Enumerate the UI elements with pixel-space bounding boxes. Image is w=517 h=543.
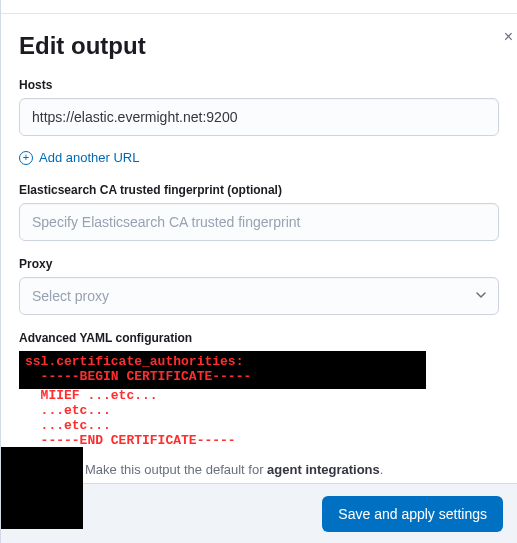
yaml-line: ssl.certificate_authorities: [25, 354, 243, 369]
obscuring-block [1, 447, 83, 529]
yaml-line: ...etc... [25, 418, 111, 433]
close-icon[interactable]: × [504, 28, 513, 46]
hosts-field-group: Hosts + Add another URL [19, 78, 499, 165]
proxy-select[interactable] [19, 277, 499, 315]
flyout-topbar [1, 0, 517, 14]
default-integrations-label: Make this output the default for agent i… [85, 462, 383, 477]
flyout-content: Edit output Hosts + Add another URL Elas… [1, 14, 517, 507]
yaml-highlight-block: ssl.certificate_authorities: -----BEGIN … [19, 351, 426, 389]
fingerprint-field-group: Elasticsearch CA trusted fingerprint (op… [19, 183, 499, 241]
plus-circle-icon: + [19, 151, 33, 165]
yaml-label: Advanced YAML configuration [19, 331, 499, 345]
yaml-line: -----END CERTIFICATE----- [25, 433, 236, 448]
edit-output-flyout: × Edit output Hosts + Add another URL El… [0, 0, 517, 543]
proxy-field-group: Proxy [19, 257, 499, 315]
fingerprint-input[interactable] [19, 203, 499, 241]
hosts-label: Hosts [19, 78, 499, 92]
default-integrations-toggle-row: ✓ Make this output the default for agent… [19, 461, 499, 479]
yaml-line: -----BEGIN CERTIFICATE----- [25, 369, 251, 384]
save-apply-button[interactable]: Save and apply settings [322, 496, 503, 532]
fingerprint-label: Elasticsearch CA trusted fingerprint (op… [19, 183, 499, 197]
yaml-body-block: MIIEF ...etc... ...etc... ...etc... ----… [19, 389, 499, 451]
hosts-input[interactable] [19, 98, 499, 136]
add-host-link[interactable]: + Add another URL [19, 150, 499, 165]
add-host-label: Add another URL [39, 150, 139, 165]
proxy-select-wrap [19, 277, 499, 315]
page-title: Edit output [19, 32, 499, 60]
proxy-label: Proxy [19, 257, 499, 271]
yaml-line: ...etc... [25, 403, 111, 418]
yaml-editor[interactable]: ssl.certificate_authorities: -----BEGIN … [19, 351, 499, 451]
yaml-line: MIIEF ...etc... [25, 388, 158, 403]
yaml-field-group: Advanced YAML configuration ssl.certific… [19, 331, 499, 507]
